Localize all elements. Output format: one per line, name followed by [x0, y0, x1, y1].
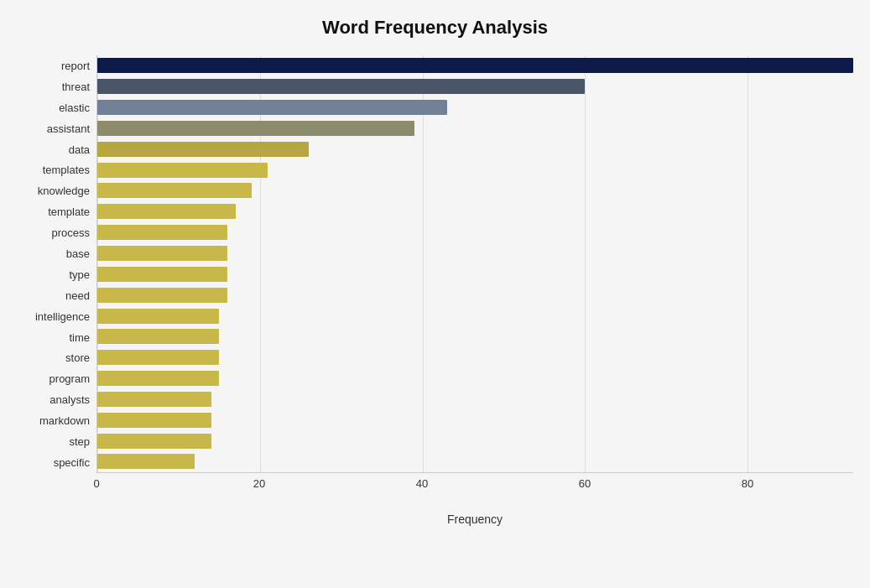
x-tick-label: 0: [93, 477, 99, 490]
bar: [97, 392, 211, 407]
chart-area: reportthreatelasticassistantdatatemplate…: [17, 55, 853, 526]
chart-container: Word Frequency Analysis reportthreatelas…: [0, 0, 870, 588]
y-label: time: [17, 332, 90, 343]
bar-row: [97, 265, 853, 284]
bar: [97, 79, 585, 94]
x-axis-labels: 020406080: [96, 477, 853, 494]
y-label: step: [17, 436, 90, 447]
x-tick-label: 80: [742, 477, 753, 490]
grid-line: [423, 55, 424, 472]
y-label: knowledge: [17, 185, 90, 196]
bar: [97, 413, 211, 428]
y-label: store: [17, 352, 90, 363]
bar-row: [97, 432, 853, 450]
bar: [97, 350, 219, 365]
y-label: template: [17, 206, 90, 217]
x-axis-title: Frequency: [96, 513, 853, 526]
y-label: specific: [17, 457, 90, 468]
bar-row: [97, 161, 853, 180]
bar: [97, 267, 227, 282]
bar-row: [97, 140, 853, 159]
bar: [97, 183, 252, 198]
bar: [97, 371, 219, 386]
chart-title: Word Frequency Analysis: [17, 17, 853, 39]
x-tick-label: 40: [416, 477, 428, 490]
bar: [97, 309, 219, 324]
bar-row: [97, 181, 853, 200]
bar-row: [97, 327, 853, 346]
y-label: program: [17, 373, 90, 384]
bar-row: [97, 286, 853, 304]
bar: [97, 121, 414, 136]
bar: [97, 142, 309, 157]
grid-lines: [97, 55, 853, 472]
bar-row: [97, 202, 853, 221]
bar: [97, 58, 853, 73]
y-label: report: [17, 60, 90, 71]
grid-line: [97, 55, 98, 472]
y-label: analysts: [17, 394, 90, 405]
bar-row: [97, 452, 853, 471]
y-label: intelligence: [17, 311, 90, 322]
y-label: assistant: [17, 123, 90, 134]
bar: [97, 204, 236, 219]
y-label: templates: [17, 164, 90, 175]
bar: [97, 100, 447, 115]
y-label: process: [17, 227, 90, 238]
x-tick-label: 20: [253, 477, 265, 490]
bar-row: [97, 307, 853, 325]
bar: [97, 163, 268, 178]
bar: [97, 246, 227, 261]
y-label: type: [17, 269, 90, 280]
bar: [97, 454, 195, 469]
bar: [97, 434, 211, 449]
bar-row: [97, 348, 853, 367]
bar-row: [97, 369, 853, 388]
bar-row: [97, 98, 853, 117]
y-label: need: [17, 290, 90, 301]
plot-area: reportthreatelasticassistantdatatemplate…: [17, 55, 853, 473]
y-label: data: [17, 144, 90, 155]
grid-line: [585, 55, 586, 472]
bar-row: [97, 411, 853, 429]
bar-row: [97, 56, 853, 75]
bar-row: [97, 390, 853, 408]
bar: [97, 329, 219, 344]
bar-row: [97, 119, 853, 138]
y-label: elastic: [17, 102, 90, 113]
bar-row: [97, 223, 853, 242]
x-tick-label: 60: [579, 477, 591, 490]
bar: [97, 225, 227, 240]
y-label: threat: [17, 81, 90, 92]
bars-and-grid: [96, 55, 853, 473]
y-label: base: [17, 248, 90, 259]
bar-row: [97, 77, 853, 96]
y-label: markdown: [17, 415, 90, 426]
y-labels: reportthreatelasticassistantdatatemplate…: [17, 55, 96, 473]
grid-line: [260, 55, 261, 472]
grid-line: [748, 55, 748, 472]
bar-row: [97, 244, 853, 263]
bar: [97, 288, 227, 303]
